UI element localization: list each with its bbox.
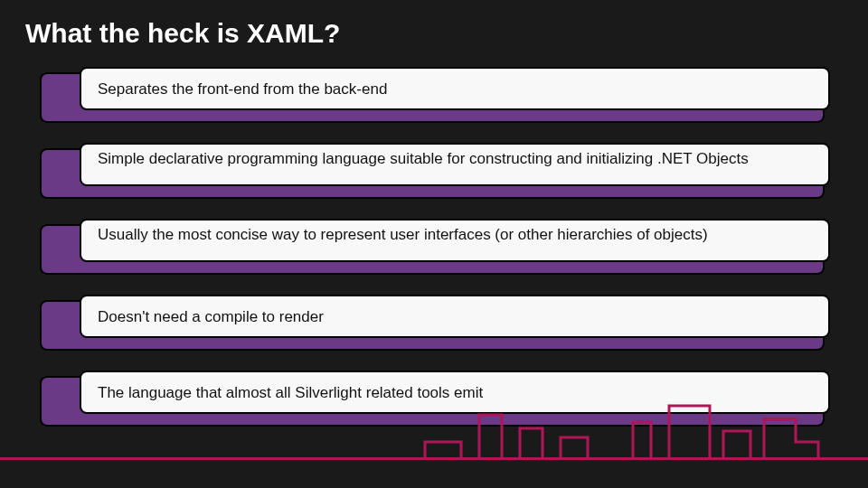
item-text: The language that almost all Silverlight…: [98, 384, 483, 402]
list-item: Separates the front-end from the back-en…: [40, 72, 825, 127]
slide-title: What the heck is XAML?: [25, 18, 340, 49]
card-front: Usually the most concise way to represen…: [80, 219, 830, 262]
list-item: Doesn't need a compile to render: [40, 300, 825, 354]
list-item: Usually the most concise way to represen…: [40, 224, 825, 278]
item-text: Separates the front-end from the back-en…: [98, 80, 387, 99]
item-text: Simple declarative programming language …: [98, 150, 749, 168]
item-text: Doesn't need a compile to render: [98, 308, 324, 326]
item-text: Usually the most concise way to represen…: [98, 226, 708, 244]
list-item: The language that almost all Silverlight…: [40, 376, 825, 430]
list-item: Simple declarative programming language …: [40, 148, 825, 202]
card-front: The language that almost all Silverlight…: [80, 371, 830, 414]
footer-rule: [0, 457, 868, 460]
card-front: Simple declarative programming language …: [80, 143, 830, 186]
card-front: Doesn't need a compile to render: [80, 295, 830, 338]
card-front: Separates the front-end from the back-en…: [80, 67, 830, 110]
bullet-list: Separates the front-end from the back-en…: [40, 72, 825, 452]
